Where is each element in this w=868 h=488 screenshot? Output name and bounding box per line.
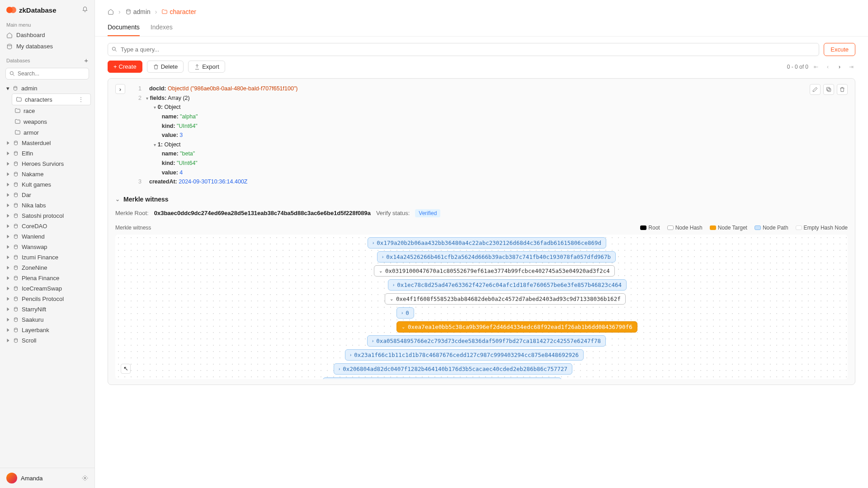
db-tree-item[interactable]: Heroes Surviors — [0, 159, 94, 169]
delete-button[interactable]: Delete — [147, 61, 184, 73]
page-prev-button[interactable]: ‹ — [824, 64, 832, 70]
sidebar-item-my-databases[interactable]: My databases — [0, 41, 94, 52]
profile-name: Amanda — [21, 475, 78, 482]
folder-icon — [14, 108, 21, 114]
db-tree-item[interactable]: Pencils Protocol — [0, 294, 94, 304]
app-logo[interactable]: zkDatabase — [6, 6, 57, 14]
merkle-node[interactable]: › 0x23a1f66c1b11c1d1b78c4687676cedd127c9… — [345, 349, 584, 361]
doc-copy-button[interactable] — [823, 84, 834, 95]
execute-button[interactable]: Excute — [824, 43, 855, 56]
db-tree-item[interactable]: Elfin — [0, 148, 94, 159]
db-tree-item[interactable]: ▾ admin — [0, 83, 94, 94]
chevron-icon: › — [373, 240, 374, 245]
tab-indexes[interactable]: Indexes — [151, 20, 173, 36]
legend-empty: Empty Hash Node — [796, 225, 848, 231]
merkle-node[interactable]: › 0x1ec78c8d25ad47e63362f427e6c04afc1d18… — [388, 279, 627, 291]
page-next-button[interactable]: › — [835, 64, 844, 70]
chevron-icon: › — [393, 282, 394, 287]
database-icon — [12, 85, 19, 92]
merkle-root-hash: 0x3baec0ddc9dc274ed69ea28d5e131eab38c74b… — [154, 210, 371, 216]
export-icon — [194, 64, 200, 70]
db-tree-item[interactable]: IceCreamSwap — [0, 283, 94, 294]
sidebar-item-dashboard[interactable]: Dashboard — [0, 29, 94, 41]
database-icon — [13, 202, 19, 209]
merkle-node[interactable]: ⌄ 0x0319100047670a1c80552679ef61ae3774b9… — [374, 265, 615, 277]
svg-point-19 — [14, 307, 18, 309]
stack-icon — [6, 43, 13, 50]
svg-point-13 — [14, 245, 18, 246]
copy-icon — [826, 86, 832, 93]
collection-tree-item[interactable]: weapons⋮ — [0, 116, 94, 127]
database-icon — [13, 306, 19, 313]
svg-point-10 — [14, 214, 18, 215]
merkle-node[interactable]: ⌄ 0xe4f1f608f558523bab84682deb0a2c4572d7… — [385, 293, 626, 305]
merkle-tree-viewer[interactable]: › 0x179a20b2b06aa432bb36480a4c22abc23021… — [115, 235, 848, 379]
svg-point-12 — [14, 235, 18, 236]
bell-icon[interactable] — [82, 6, 88, 14]
collection-tree-item[interactable]: characters⋮ — [12, 94, 91, 105]
page-first-button[interactable]: ⇤ — [812, 64, 820, 70]
db-tree-item[interactable]: Masterduel — [0, 138, 94, 148]
db-tree-item[interactable]: Satoshi protocol — [0, 211, 94, 221]
breadcrumb-collection: character — [161, 8, 196, 15]
breadcrumb: › admin › character — [95, 0, 868, 20]
more-icon[interactable]: ⋮ — [78, 96, 84, 103]
create-button[interactable]: + Create — [108, 61, 142, 73]
db-tree-item[interactable]: CoreDAO — [0, 221, 94, 231]
database-search-input[interactable] — [5, 68, 89, 80]
merkle-node[interactable]: › 0x206804ad82dc0407f1282b464140b176d3b5… — [334, 363, 572, 375]
db-tree-item[interactable]: Nakame — [0, 169, 94, 179]
merkle-node[interactable]: › 0xa05854895766e2c793d73cdee5836daf509f… — [367, 335, 606, 347]
database-icon — [125, 9, 132, 15]
collection-tree-item[interactable]: armor⋮ — [0, 127, 94, 138]
add-database-button[interactable]: + — [84, 56, 88, 64]
db-tree-item[interactable]: Wanlend — [0, 231, 94, 242]
svg-point-9 — [14, 203, 18, 205]
main-menu-heading: Main menu — [0, 19, 94, 29]
db-tree-item[interactable]: Saakuru — [0, 314, 94, 325]
db-tree-item[interactable]: Kult games — [0, 179, 94, 190]
doc-delete-button[interactable] — [837, 84, 848, 95]
merkle-node[interactable]: › 0 — [396, 307, 414, 319]
folder-icon — [16, 96, 22, 103]
database-icon — [13, 140, 19, 146]
tree-collapse-handle[interactable]: ↖ — [121, 364, 131, 374]
merkle-node[interactable]: ⌄ 0xea7ea1e0bb5c38ca9b396ef2d46d4334edc6… — [396, 321, 637, 333]
gear-icon[interactable] — [82, 475, 88, 481]
svg-point-14 — [14, 255, 18, 257]
breadcrumb-db[interactable]: admin — [125, 8, 151, 15]
db-tree-item[interactable]: Nika labs — [0, 200, 94, 211]
trash-icon — [153, 64, 159, 70]
dashboard-label: Dashboard — [16, 32, 45, 38]
merkle-section-toggle[interactable]: ⌄ Merkle witness — [115, 193, 848, 206]
db-tree-item[interactable]: Wanswap — [0, 242, 94, 252]
avatar[interactable] — [6, 473, 17, 483]
db-tree-item[interactable]: StarryNift — [0, 304, 94, 314]
chevron-icon: ⌄ — [401, 324, 405, 329]
home-icon[interactable] — [108, 9, 114, 15]
export-button[interactable]: Export — [188, 61, 225, 73]
database-icon — [13, 213, 19, 219]
db-tree-item[interactable]: Izumi Finance — [0, 252, 94, 263]
chevron-icon: ⌄ — [390, 296, 393, 301]
tab-documents[interactable]: Documents — [108, 20, 140, 36]
database-icon — [13, 150, 19, 157]
doc-edit-button[interactable] — [810, 84, 821, 95]
svg-rect-26 — [828, 89, 831, 92]
folder-icon — [14, 129, 21, 136]
db-tree-item[interactable]: Scroll — [0, 335, 94, 346]
merkle-node[interactable]: › 0x14a24526266b461cfb2a5624d666b39acb38… — [377, 251, 616, 263]
page-last-button[interactable]: ⇥ — [847, 64, 855, 70]
query-input[interactable] — [108, 43, 819, 56]
db-tree-item[interactable]: ZoneNine — [0, 263, 94, 273]
svg-point-21 — [14, 328, 18, 329]
merkle-node[interactable]: › 0xe3457f21075bdad52bd9623a69bbc07809f8… — [323, 377, 561, 379]
db-tree-item[interactable]: Dar — [0, 190, 94, 200]
collection-tree-item[interactable]: race⋮ — [0, 105, 94, 116]
db-tree-item[interactable]: Layerbank — [0, 325, 94, 335]
merkle-node[interactable]: › 0x179a20b2b06aa432bb36480a4c22abc23021… — [368, 237, 606, 249]
doc-toggle-button[interactable]: › — [115, 84, 125, 94]
database-icon — [13, 327, 19, 333]
svg-point-3 — [14, 141, 18, 142]
db-tree-item[interactable]: Plena Finance — [0, 273, 94, 283]
